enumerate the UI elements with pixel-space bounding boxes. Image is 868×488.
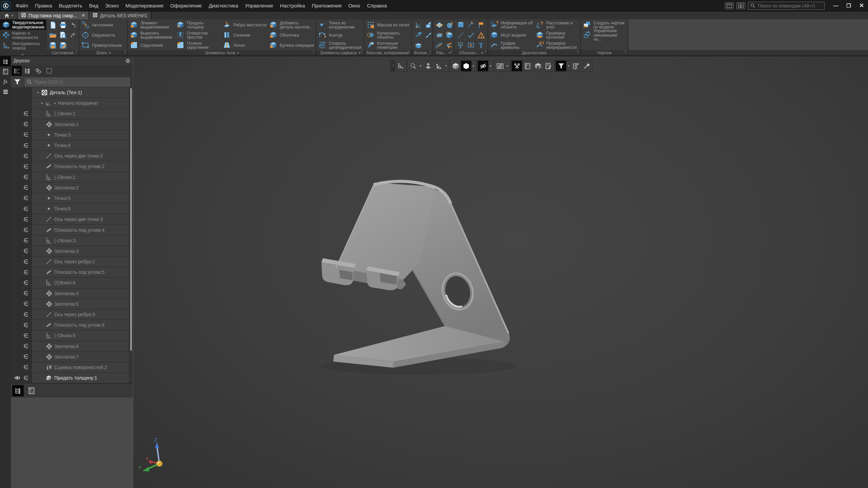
menu-11[interactable]: Приложения: [309, 0, 345, 11]
side-strip-params-button[interactable]: [0, 66, 11, 77]
display-mode-dropdown-icon[interactable]: ▾: [471, 64, 476, 67]
orientation-button[interactable]: [433, 61, 444, 71]
tree-row-7[interactable]: ∈Ось через две точки:2: [11, 151, 133, 161]
ribbon-button-body-2[interactable]: Вырезать выдавливанием: [129, 30, 176, 40]
side-strip-layers-button[interactable]: [0, 87, 11, 97]
isometry-button[interactable]: [450, 61, 461, 71]
tree-row-20[interactable]: ∈Заплатка:4: [11, 288, 133, 299]
save-icon-button[interactable]: [48, 40, 58, 50]
axis-pts-icon-button[interactable]: [423, 30, 432, 40]
tree-row-4[interactable]: ∈Заплатка:1: [11, 119, 133, 130]
tree-row-14[interactable]: ∈Плоскость под углом:4: [11, 225, 133, 235]
expand-caret-icon[interactable]: ▾: [37, 91, 39, 94]
tree-search-input[interactable]: [24, 77, 130, 87]
tree-row-10[interactable]: ∈Заплатка:2: [11, 183, 133, 193]
filter-dropdown-icon[interactable]: ▾: [566, 64, 571, 67]
ribbon-button-diag-5[interactable]: Проверка коллизий: [535, 30, 580, 40]
lcs-icon-button[interactable]: [413, 20, 423, 30]
tree-row-24[interactable]: ∈(-)Эскиз:5: [11, 330, 133, 341]
filter-button[interactable]: [556, 61, 566, 71]
tree-row-12[interactable]: ∈Точка:6: [11, 204, 133, 214]
tree-row-9[interactable]: ∈(-)Эскиз:2: [11, 172, 133, 183]
document-tab-2[interactable]: Деталь БЕЗ ИМЕНИ1: [89, 12, 152, 19]
ribbon-button-body-4[interactable]: Придать толщину: [176, 20, 222, 30]
frame-a-icon-button[interactable]: A: [466, 40, 476, 50]
tree-row-5[interactable]: ∈Точка:3: [11, 130, 133, 140]
tree-toolbar-tree-num-button[interactable]: 1112: [12, 66, 22, 76]
ribbon-button-drawing-2[interactable]: Управление связанными че...: [582, 30, 627, 40]
clipping-dropdown-icon[interactable]: ▾: [505, 64, 510, 67]
tree-row-23[interactable]: ∈Плоскость под углом:6: [11, 320, 133, 330]
ribbon-button-body-1[interactable]: Элемент выдавливания: [129, 20, 176, 30]
tree-row-6[interactable]: ∈Точка:4: [11, 140, 133, 151]
eyedropper-button[interactable]: [581, 61, 592, 71]
normal-view-button[interactable]: [423, 61, 433, 71]
group-grip-icon[interactable]: ⠿: [408, 51, 410, 53]
mode-tab-1[interactable]: Твердотельное моделирование: [0, 19, 46, 30]
group-grip-icon[interactable]: ⠿: [484, 51, 487, 53]
text-t-icon-button[interactable]: T: [476, 40, 486, 50]
chevron-down-icon[interactable]: ▾: [237, 51, 239, 55]
interface-settings-icon[interactable]: ⚙: [736, 2, 745, 9]
note-icon-button[interactable]: E: [466, 20, 476, 30]
create-sketch-button[interactable]: [395, 61, 406, 71]
group-grip-icon[interactable]: ⠿: [75, 51, 78, 53]
mode-tab-3[interactable]: Инструменты эскиза: [0, 40, 46, 51]
group-grip-icon[interactable]: ⠿: [624, 51, 627, 53]
zoom-button[interactable]: [408, 61, 418, 71]
ribbon-button-frame-2[interactable]: Контур: [318, 30, 363, 40]
tree-row-27[interactable]: ∈Сшивка поверхностей:2: [11, 362, 133, 373]
ribbon-button-diag-1[interactable]: ?Информация об объекте: [490, 20, 535, 30]
exclude-bodies-button[interactable]: [533, 61, 543, 71]
folder-open-icon-button[interactable]: [48, 30, 58, 40]
flag-icon-button[interactable]: [476, 20, 486, 30]
side-strip-fx-button[interactable]: fx: [0, 77, 11, 87]
box-dim-icon-button[interactable]: [445, 30, 454, 40]
ruler-icon-button[interactable]: [434, 20, 445, 30]
ribbon-button-array-1[interactable]: Массив по сетке: [366, 20, 411, 30]
diameter-icon-button[interactable]: [434, 30, 445, 40]
expand-caret-icon[interactable]: ▸: [41, 101, 43, 105]
menu-4[interactable]: Вид: [86, 0, 102, 11]
menu-7[interactable]: Оформление: [167, 0, 205, 11]
tree-row-13[interactable]: ∈Ось через две точки:3: [11, 214, 133, 225]
ribbon-button-array-2[interactable]: Копировать объекты: [366, 30, 411, 40]
tree-row-2[interactable]: ▸●Начало координат: [11, 98, 133, 108]
ribbon-button-diag-4[interactable]: ?Расстояние и угол: [535, 20, 580, 30]
sphere-r-icon-button[interactable]: R: [445, 20, 454, 30]
split-geometry-button[interactable]: [512, 61, 522, 71]
minimize-button[interactable]: —: [829, 0, 842, 11]
tree-row-26[interactable]: ∈Заплатка:7: [11, 352, 133, 362]
report-button[interactable]: [543, 61, 554, 71]
ribbon-button-body-10[interactable]: Добавить деталь-заготов...: [269, 20, 315, 30]
chevron-down-icon[interactable]: ▾: [109, 51, 111, 55]
notebook-button[interactable]: [522, 61, 533, 71]
menu-1[interactable]: Файл: [12, 0, 32, 11]
restore-button[interactable]: ❐: [842, 0, 855, 11]
chevron-down-icon[interactable]: ▾: [359, 51, 360, 55]
ribbon-button-body-5[interactable]: Отверстие простое: [176, 30, 222, 40]
group-grip-icon[interactable]: ⠿: [577, 51, 579, 53]
tree-row-11[interactable]: ∈Точка:5: [11, 193, 133, 204]
ribbon-button-diag-2[interactable]: МЦХ модели: [490, 30, 535, 40]
orientation-dropdown-icon[interactable]: ▾: [444, 64, 448, 67]
ribbon-button-sketch-3[interactable]: Прямоугольник: [81, 40, 126, 50]
datum-icon-button[interactable]: A: [456, 40, 466, 50]
tree-scrollbar[interactable]: [130, 88, 132, 351]
tree-row-22[interactable]: ∈Ось через ребро:3: [11, 309, 133, 320]
group-grip-icon[interactable]: ⠿: [360, 51, 363, 53]
ribbon-button-sketch-1[interactable]: Автолиния: [81, 20, 126, 30]
chevron-down-icon[interactable]: ▾: [481, 51, 483, 55]
eye-icon[interactable]: [14, 374, 21, 381]
tree-row-28[interactable]: ∈Придать толщину:1: [11, 373, 133, 383]
tree-toolbar-tree-plain-button[interactable]: [22, 66, 33, 76]
tree-bottom-tab-params[interactable]: [26, 385, 37, 396]
menu-12[interactable]: Окно: [345, 0, 363, 11]
ribbon-button-frame-3[interactable]: Спираль цилиндрическая: [318, 40, 363, 50]
ribbon-button-body-9[interactable]: Уклон: [222, 40, 269, 50]
group-grip-icon[interactable]: ⠿: [450, 51, 453, 53]
menu-5[interactable]: Эскиз: [102, 0, 122, 11]
close-button[interactable]: ✕: [855, 0, 868, 11]
window-layout-icon[interactable]: [725, 2, 734, 9]
preview-icon-button[interactable]: [58, 30, 68, 40]
